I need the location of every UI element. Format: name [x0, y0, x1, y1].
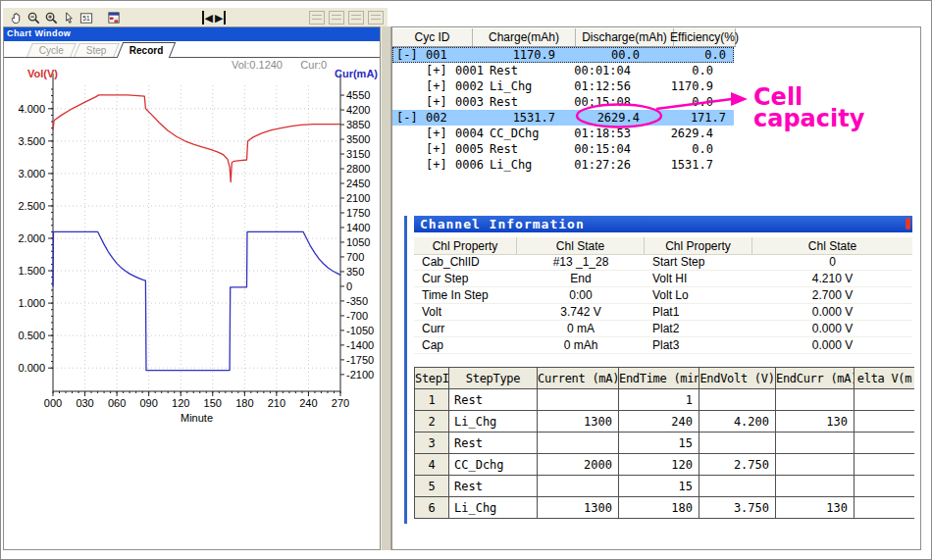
step-cell	[776, 454, 854, 476]
step-cell: 2000	[538, 454, 619, 476]
step-cell: 1	[619, 389, 699, 411]
column-view-icon[interactable]	[329, 11, 344, 25]
data-grid-icon[interactable]: 51	[78, 10, 95, 25]
svg-text:0.500: 0.500	[18, 330, 45, 341]
svg-text:3.500: 3.500	[18, 135, 45, 147]
list-view-icon[interactable]	[309, 11, 325, 25]
step-name: Li_Chg	[490, 79, 532, 93]
report-icon[interactable]	[105, 10, 123, 25]
step-cell	[699, 433, 776, 454]
tab-record[interactable]: Record	[116, 42, 176, 58]
svg-text:-700: -700	[346, 310, 368, 322]
step-name: Rest	[490, 142, 518, 156]
cycle-row-001[interactable]: [-]0011170.900.00.0	[392, 47, 734, 63]
step-col-header: elta V(m	[854, 368, 915, 389]
channel-state: 0 mAh	[517, 337, 645, 353]
step-cell	[854, 389, 915, 411]
step-id: 0003	[455, 95, 484, 109]
expand-toggle: [+]	[426, 158, 447, 172]
step-cell: Rest	[449, 476, 538, 497]
step-table-row[interactable]: 4CC_Dchg20001202.750	[415, 454, 915, 476]
step-cell: 2	[415, 411, 449, 433]
step-name: Li_Chg	[490, 158, 532, 172]
cycle-col-header[interactable]: Cyc ID	[392, 28, 473, 46]
channel-info-row: Cab_ChlID#13 _1_28Start Step0	[414, 254, 912, 271]
channel-frame-border	[404, 216, 407, 524]
channel-info-row: Cur StepEndVolt HI4.210 V	[414, 271, 912, 287]
tab-label: Cycle	[39, 44, 64, 57]
collapse-toggle: [-]	[396, 111, 418, 125]
cycle-row-002[interactable]: [-]0021531.72629.4171.7	[392, 110, 734, 126]
svg-text:Minute: Minute	[181, 412, 213, 424]
step-id: 0001	[455, 64, 484, 77]
current-curve	[53, 231, 340, 370]
svg-text:2.000: 2.000	[18, 232, 45, 244]
channel-col-header: Chl Property	[645, 237, 752, 254]
cycle-table-rows: [-]0011170.900.00.0[+]0001Rest00:01:040.…	[392, 47, 922, 173]
chart-svg: 4.0003.5003.0002.5002.0001.5001.0000.500…	[4, 58, 380, 480]
step-row-0006[interactable]: [+]0006Li_Chg01:27:261531.7	[392, 157, 922, 173]
step-capacity: 0.0	[615, 64, 713, 77]
step-row-0004[interactable]: [+]0004CC_DChg01:18:532629.4	[392, 126, 922, 141]
expand-toggle: [+]	[426, 142, 447, 156]
discharge-value: 2629.4	[542, 111, 640, 125]
step-cell: 130	[776, 411, 854, 433]
zoom-icon[interactable]	[25, 10, 42, 25]
step-row-0002[interactable]: [+]0002Li_Chg01:12:561170.9	[392, 78, 922, 94]
svg-text:2450: 2450	[346, 178, 370, 189]
channel-info-titlebar: Channel Information	[414, 216, 912, 232]
step-col-header: Current (mA)	[538, 368, 619, 389]
channel-property: Plat3	[645, 337, 752, 353]
cycle-col-header[interactable]: Discharge(mAh)	[576, 28, 674, 46]
app-window: 51 ◀ ▶ Chart Window CycleStepRecord Vol:…	[0, 0, 932, 560]
pane-splitter[interactable]	[381, 26, 391, 550]
step-table-row[interactable]: 6Li_Chg13001803.750130	[415, 497, 915, 519]
svg-text:-1050: -1050	[346, 325, 374, 336]
step-cell: Li_Chg	[449, 411, 538, 433]
channel-property: Cur Step	[414, 271, 517, 286]
step-row-0005[interactable]: [+]0005Rest00:15:040.0	[392, 141, 922, 157]
step-table: StepIDStepTypeCurrent (mA)EndTime (min)E…	[414, 367, 914, 519]
layout-view-icon[interactable]	[348, 11, 364, 25]
step-table-row[interactable]: 2Li_Chg13002404.200130	[415, 411, 915, 433]
cycle-id: 001	[426, 48, 447, 62]
channel-state: End	[517, 271, 645, 286]
channel-info-row: Curr0 mAPlat20.000 V	[414, 321, 912, 337]
channel-state: 0.000 V	[752, 321, 912, 336]
step-table-row[interactable]: 1Rest1	[415, 389, 915, 411]
step-table-row[interactable]: 5Rest15	[415, 476, 915, 497]
channel-property: Curr	[414, 321, 517, 336]
channel-state: 0.000 V	[752, 304, 912, 320]
step-capacity: 1531.7	[615, 158, 713, 172]
tab-cycle[interactable]: Cycle	[26, 43, 77, 57]
step-id: 0005	[455, 142, 484, 156]
channel-state: 4.210 V	[752, 271, 912, 286]
pan-hand-icon[interactable]	[7, 10, 25, 25]
step-cell: 2.750	[699, 454, 776, 476]
channel-property: Cap	[414, 337, 517, 353]
cycle-col-header[interactable]: Charge(mAh)	[473, 28, 576, 46]
svg-text:030: 030	[76, 397, 93, 409]
expand-toggle: [+]	[426, 64, 447, 77]
step-row-0001[interactable]: [+]0001Rest00:01:040.0	[392, 63, 922, 78]
efficiency-value: 0.0	[628, 48, 726, 62]
prev-page-icon[interactable]: ◀	[202, 11, 214, 25]
channel-info-row: Time In Step0:00Volt Lo2.700 V	[414, 287, 912, 304]
svg-text:-1750: -1750	[346, 354, 374, 366]
step-table-header-row: StepIDStepTypeCurrent (mA)EndTime (min)E…	[415, 368, 915, 389]
cycle-col-header[interactable]: Efficiency(%)	[674, 28, 736, 46]
step-cell: 180	[619, 497, 699, 519]
copy-icon[interactable]	[368, 11, 384, 25]
channel-property: Plat2	[645, 321, 752, 336]
step-table-row[interactable]: 3Rest15	[415, 433, 915, 454]
next-page-icon[interactable]: ▶	[214, 11, 226, 25]
svg-text:3500: 3500	[346, 133, 370, 145]
select-cursor-icon[interactable]	[60, 10, 78, 25]
step-row-0003[interactable]: [+]0003Rest00:15:080.0	[392, 94, 922, 110]
channel-state: 2.700 V	[752, 287, 912, 303]
step-cell: 4	[415, 454, 449, 476]
svg-text:4.000: 4.000	[18, 103, 45, 115]
svg-text:-350: -350	[346, 295, 368, 307]
zoom-in-icon[interactable]	[42, 10, 60, 25]
tab-step[interactable]: Step	[74, 43, 119, 57]
